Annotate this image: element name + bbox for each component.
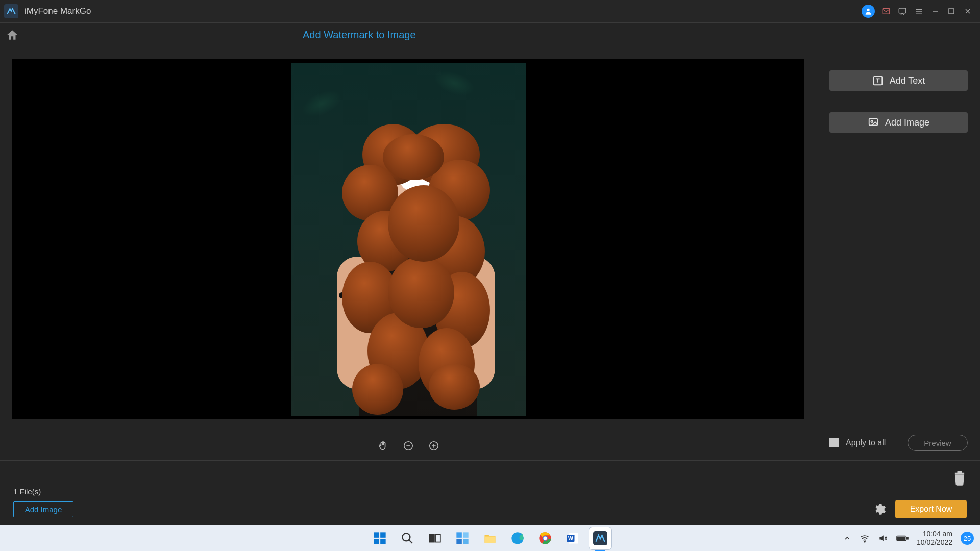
- svg-rect-21: [463, 539, 469, 544]
- tray-battery-icon[interactable]: [896, 534, 909, 542]
- preview-button[interactable]: Preview: [908, 435, 968, 451]
- image-subject: [316, 104, 500, 416]
- page-header: Add Watermark to Image: [0, 22, 980, 47]
- bottom-strip: 1 File(s) Add Image Export Now: [0, 460, 980, 525]
- taskbar-word-icon[interactable]: W: [561, 527, 584, 549]
- app-title: iMyFone MarkGo: [24, 6, 91, 16]
- bottom-add-image-button[interactable]: Add Image: [13, 501, 74, 517]
- tray-date: 10/02/2022: [917, 538, 952, 547]
- svg-rect-33: [906, 537, 908, 539]
- zoom-out-icon[interactable]: [402, 440, 414, 452]
- canvas-toolbar: [0, 432, 817, 460]
- taskbar-search-icon[interactable]: [396, 527, 419, 549]
- main-area: Add Text Add Image Apply to all Preview: [0, 47, 980, 460]
- svg-point-26: [544, 537, 547, 540]
- tray-clock[interactable]: 10:04 am 10/02/2022: [917, 530, 952, 547]
- svg-point-0: [867, 9, 869, 11]
- windows-taskbar: W 10:04 am 10/02/2022 25: [0, 525, 980, 551]
- titlebar: iMyFone MarkGo: [0, 0, 980, 22]
- svg-rect-2: [899, 8, 906, 13]
- right-panel: Add Text Add Image Apply to all Preview: [817, 47, 980, 460]
- canvas-view[interactable]: [12, 59, 804, 419]
- tray-overflow-icon[interactable]: [843, 534, 851, 542]
- taskbar-markgo-icon[interactable]: [589, 527, 611, 549]
- taskbar-widgets-icon[interactable]: [451, 527, 474, 549]
- svg-point-8: [871, 120, 873, 122]
- svg-rect-12: [380, 532, 386, 538]
- svg-rect-16: [429, 534, 434, 542]
- svg-point-15: [402, 533, 410, 541]
- svg-rect-11: [374, 532, 379, 538]
- taskbar-start-icon[interactable]: [369, 527, 391, 549]
- apply-to-all-checkbox[interactable]: [829, 438, 839, 447]
- account-icon[interactable]: [862, 5, 875, 18]
- taskbar-taskview-icon[interactable]: [424, 527, 446, 549]
- minimize-button[interactable]: [927, 3, 943, 19]
- svg-point-31: [864, 541, 865, 542]
- svg-rect-20: [456, 539, 462, 544]
- svg-rect-13: [374, 539, 379, 544]
- loaded-image[interactable]: [291, 63, 526, 416]
- svg-rect-22: [485, 537, 496, 543]
- svg-rect-18: [456, 532, 462, 538]
- app-logo: [4, 4, 18, 18]
- close-button[interactable]: [960, 3, 976, 19]
- svg-rect-9: [959, 477, 960, 483]
- add-image-label: Add Image: [885, 117, 929, 128]
- taskbar-edge-icon[interactable]: [506, 527, 529, 549]
- taskbar-chrome-icon[interactable]: [534, 527, 556, 549]
- settings-icon[interactable]: [873, 503, 886, 516]
- export-now-label: Export Now: [910, 505, 952, 514]
- page-title: Add Watermark to Image: [303, 29, 980, 41]
- add-image-button[interactable]: Add Image: [829, 112, 968, 133]
- delete-button[interactable]: [952, 470, 967, 486]
- menu-icon[interactable]: [911, 3, 927, 19]
- svg-rect-17: [435, 534, 440, 542]
- export-now-button[interactable]: Export Now: [895, 500, 967, 518]
- svg-rect-19: [463, 532, 469, 538]
- apply-to-all-label: Apply to all: [846, 438, 886, 447]
- tray-wifi-icon[interactable]: [860, 533, 870, 543]
- tray-volume-icon[interactable]: [878, 533, 888, 543]
- tray-time: 10:04 am: [917, 530, 952, 538]
- maximize-button[interactable]: [943, 3, 960, 19]
- zoom-in-icon[interactable]: [428, 440, 440, 452]
- mail-icon[interactable]: [878, 3, 894, 19]
- svg-rect-34: [898, 537, 905, 540]
- svg-rect-3: [949, 9, 954, 14]
- tray-notification-count: 25: [964, 535, 971, 542]
- taskbar-explorer-icon[interactable]: [479, 527, 501, 549]
- add-text-button[interactable]: Add Text: [829, 70, 968, 91]
- bottom-actions: Add Image Export Now: [13, 500, 967, 518]
- svg-rect-14: [380, 539, 386, 544]
- add-text-label: Add Text: [890, 76, 925, 86]
- apply-row: Apply to all Preview: [829, 435, 968, 460]
- taskbar-center: W: [369, 527, 611, 549]
- canvas-area: [0, 47, 817, 460]
- system-tray: 10:04 am 10/02/2022 25: [843, 530, 974, 547]
- preview-label: Preview: [924, 439, 951, 447]
- svg-rect-10: [960, 477, 961, 483]
- svg-text:W: W: [568, 535, 573, 541]
- feedback-icon[interactable]: [894, 3, 911, 19]
- hand-tool-icon[interactable]: [377, 440, 389, 452]
- tray-notification-badge[interactable]: 25: [961, 532, 974, 545]
- file-count-label: 1 File(s): [13, 487, 967, 496]
- home-button[interactable]: [0, 23, 24, 47]
- bottom-add-image-label: Add Image: [25, 505, 62, 514]
